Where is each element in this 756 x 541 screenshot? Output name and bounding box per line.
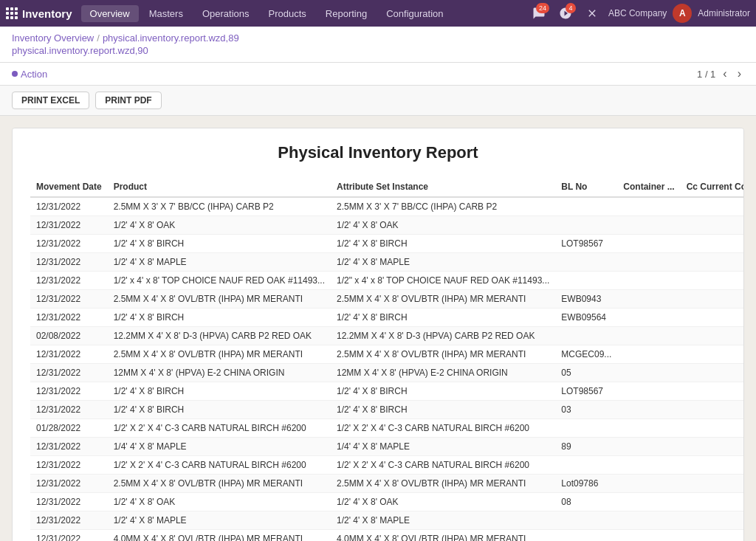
cell-0: 12/31/2022	[30, 382, 108, 401]
company-name: ABC Company	[608, 8, 667, 18]
cell-2: 12MM X 4' X 8' (HPVA) E-2 CHINA ORIGIN	[331, 364, 555, 382]
cell-2: 1/2' 4' X 8' BIRCH	[331, 401, 555, 419]
breadcrumb-level2-link[interactable]: physical.inventory.report.wzd,90	[12, 45, 148, 56]
cell-4	[617, 235, 680, 253]
breadcrumb-bar: Inventory Overview / physical.inventory.…	[0, 27, 756, 63]
cell-5	[681, 197, 744, 216]
cell-1: 2.5MM X 4' X 8' OVL/BTR (IHPA) MR MERANT…	[108, 475, 331, 493]
cell-5	[681, 493, 744, 511]
print-bar: PRINT EXCEL PRINT PDF	[0, 86, 756, 116]
table-row: 12/31/20221/2' x 4' x 8' TOP CHOICE NAUF…	[30, 272, 744, 290]
cell-3: EWB0943	[555, 290, 617, 309]
table-row: 12/31/20221/2' 4' X 8' OAK1/2' 4' X 8' O…	[30, 216, 744, 235]
cell-3: Lot09786	[555, 475, 617, 493]
nav-products[interactable]: Products	[260, 5, 315, 22]
cell-1: 1/2' 4' X 8' BIRCH	[108, 382, 331, 401]
cell-2: 1/2' 4' X 8' BIRCH	[331, 235, 555, 253]
cell-2: 1/2' 4' X 8' MAPLE	[331, 511, 555, 530]
cell-1: 12MM X 4' X 8' (HPVA) E-2 CHINA ORIGIN	[108, 364, 331, 382]
cell-2: 1/2' X 2' X 4' C-3 CARB NATURAL BIRCH #6…	[331, 456, 555, 475]
cell-3: EWB09564	[555, 309, 617, 327]
cell-3	[555, 216, 617, 235]
cell-0: 01/28/2022	[30, 419, 108, 438]
messages-badge: 24	[536, 3, 549, 13]
cell-0: 12/31/2022	[30, 530, 108, 542]
cell-5	[681, 272, 744, 290]
pagination-prev[interactable]: ‹	[720, 67, 729, 80]
breadcrumb-separator-1: /	[97, 32, 100, 44]
table-row: 12/31/20221/2' X 2' X 4' C-3 CARB NATURA…	[30, 456, 744, 475]
cell-4	[617, 309, 680, 327]
breadcrumb-root[interactable]: Inventory Overview	[12, 32, 94, 44]
cell-1: 1/2' 4' X 8' OAK	[108, 493, 331, 511]
cell-0: 12/31/2022	[30, 364, 108, 382]
pagination-next[interactable]: ›	[735, 67, 744, 80]
cell-0: 12/31/2022	[30, 438, 108, 456]
print-pdf-button[interactable]: PRINT PDF	[95, 92, 161, 109]
cell-5	[681, 401, 744, 419]
cell-4	[617, 456, 680, 475]
table-row: 12/31/20221/2' 4' X 8' OAK1/2' 4' X 8' O…	[30, 493, 744, 511]
cell-3	[555, 456, 617, 475]
avatar[interactable]: A	[673, 4, 692, 23]
table-row: 12/31/20222.5MM X 3' X 7' BB/CC (IHPA) C…	[30, 197, 744, 216]
cell-2: 2.5MM X 3' X 7' BB/CC (IHPA) CARB P2	[331, 197, 555, 216]
cell-0: 12/31/2022	[30, 401, 108, 419]
cell-4	[617, 327, 680, 345]
action-bar: Action 1 / 1 ‹ ›	[0, 63, 756, 86]
table-row: 12/31/20224.0MM X 4' X 8' OVL/BTR (IHPA)…	[30, 530, 744, 542]
inventory-table: Movement Date Product Attribute Set Inst…	[30, 177, 744, 541]
close-button[interactable]	[582, 3, 602, 24]
nav-operations[interactable]: Operations	[193, 5, 258, 22]
cell-3	[555, 530, 617, 542]
nav-reporting[interactable]: Reporting	[317, 5, 376, 22]
cell-3: 08	[555, 493, 617, 511]
cell-2: 1/2' 4' X 8' OAK	[331, 216, 555, 235]
cell-3	[555, 253, 617, 272]
cell-0: 12/31/2022	[30, 253, 108, 272]
cell-2: 1/2' 4' X 8' MAPLE	[331, 253, 555, 272]
cell-2: 1/2' 4' X 8' OAK	[331, 493, 555, 511]
cell-1: 1/2' 4' X 8' BIRCH	[108, 235, 331, 253]
cell-1: 2.5MM X 3' X 7' BB/CC (IHPA) CARB P2	[108, 197, 331, 216]
nav-overview[interactable]: Overview	[81, 5, 139, 22]
app-logo[interactable]: Inventory	[6, 7, 72, 20]
report-title: Physical Inventory Report	[30, 143, 726, 162]
col-bl-no: BL No	[555, 177, 617, 197]
cell-0: 12/31/2022	[30, 216, 108, 235]
cell-1: 1/2' X 2' X 4' C-3 CARB NATURAL BIRCH #6…	[108, 419, 331, 438]
report-container: Physical Inventory Report Movement Date …	[12, 128, 744, 541]
cell-1: 1/2' 4' X 8' BIRCH	[108, 401, 331, 419]
cell-2: 2.5MM X 4' X 8' OVL/BTR (IHPA) MR MERANT…	[331, 475, 555, 493]
cell-2: 2.5MM X 4' X 8' OVL/BTR (IHPA) MR MERANT…	[331, 345, 555, 364]
col-container: Container ...	[617, 177, 680, 197]
grid-icon	[6, 7, 18, 19]
cell-5	[681, 327, 744, 345]
table-row: 12/31/20221/2' 4' X 8' MAPLE1/2' 4' X 8'…	[30, 253, 744, 272]
table-row: 12/31/20221/2' 4' X 8' BIRCH1/2' 4' X 8'…	[30, 309, 744, 327]
cell-1: 1/2' 4' X 8' BIRCH	[108, 309, 331, 327]
activities-button[interactable]: 4	[555, 3, 576, 24]
table-row: 12/31/20222.5MM X 4' X 8' OVL/BTR (IHPA)…	[30, 345, 744, 364]
cell-0: 12/31/2022	[30, 456, 108, 475]
cell-3: MCGEC09...	[555, 345, 617, 364]
breadcrumb-level2: physical.inventory.report.wzd,90	[12, 45, 744, 56]
print-excel-button[interactable]: PRINT EXCEL	[12, 92, 89, 109]
cell-4	[617, 216, 680, 235]
table-row: 12/31/20221/2' 4' X 8' BIRCH1/2' 4' X 8'…	[30, 382, 744, 401]
cell-2: 4.0MM X 4' X 8' OVL/BTR (IHPA) MR MERANT…	[331, 530, 555, 542]
cell-1: 1/2' X 2' X 4' C-3 CARB NATURAL BIRCH #6…	[108, 456, 331, 475]
cell-5	[681, 309, 744, 327]
table-row: 12/31/20222.5MM X 4' X 8' OVL/BTR (IHPA)…	[30, 475, 744, 493]
table-row: 12/31/20221/2' 4' X 8' MAPLE1/2' 4' X 8'…	[30, 511, 744, 530]
table-row: 12/31/20221/2' 4' X 8' BIRCH1/2' 4' X 8'…	[30, 401, 744, 419]
breadcrumb-level1[interactable]: physical.inventory.report.wzd,89	[103, 32, 239, 44]
cell-1: 4.0MM X 4' X 8' OVL/BTR (IHPA) MR MERANT…	[108, 530, 331, 542]
messages-button[interactable]: 24	[529, 3, 549, 24]
nav-masters[interactable]: Masters	[140, 5, 192, 22]
cell-4	[617, 272, 680, 290]
nav-configuration[interactable]: Configuration	[377, 5, 452, 22]
action-button[interactable]: Action	[12, 69, 47, 80]
col-movement-date: Movement Date	[30, 177, 108, 197]
cell-2: 1/2" x 4' x 8' TOP CHOICE NAUF RED OAK #…	[331, 272, 555, 290]
